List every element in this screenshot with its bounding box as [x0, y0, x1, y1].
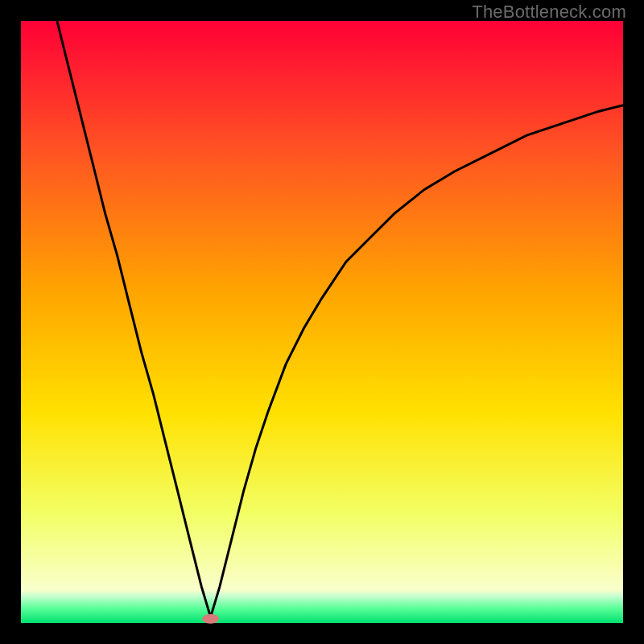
chart-frame: TheBottleneck.com	[0, 0, 644, 644]
watermark-text: TheBottleneck.com	[472, 2, 626, 23]
chart-svg	[0, 0, 644, 644]
plot-area	[21, 21, 623, 623]
minimum-marker	[202, 614, 219, 624]
